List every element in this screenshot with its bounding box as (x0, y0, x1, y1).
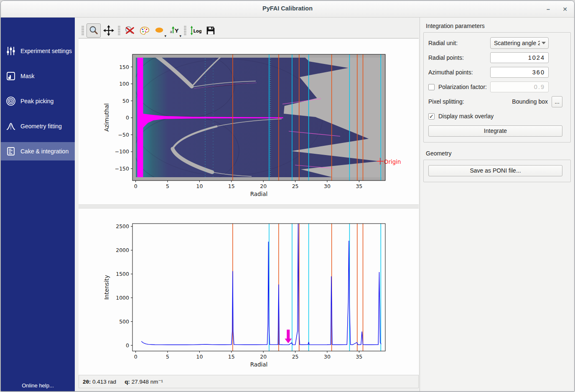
svg-text:5: 5 (166, 183, 169, 189)
svg-text:0: 0 (126, 342, 129, 349)
radial-unit-label: Radial unit: (428, 40, 490, 46)
palette-icon (139, 25, 150, 36)
rings-icon (6, 96, 16, 106)
azimuthal-points-row: Azimuthal points: (428, 66, 562, 78)
svg-text:15: 15 (228, 354, 235, 360)
radial-points-input[interactable] (490, 52, 549, 63)
online-help-link[interactable]: Online help... (1, 382, 75, 389)
colormap-button[interactable] (137, 23, 152, 38)
magnifier-x-icon (124, 25, 135, 36)
polarization-label: Polarization factor: (438, 84, 487, 90)
svg-text:Log: Log (193, 28, 201, 33)
sidebar-item-cake-integration[interactable]: Cake & integration (1, 142, 75, 160)
chevron-down-icon: ▾ (164, 34, 166, 38)
floppy-icon (205, 25, 216, 36)
close-button[interactable]: ✕ (559, 4, 571, 14)
polarization-checkbox[interactable] (428, 84, 435, 90)
pixel-splitting-label: Pixel splitting: (428, 98, 512, 105)
svg-text:35: 35 (356, 183, 362, 189)
sidebar-item-experiment-settings[interactable]: Experiment settings (1, 42, 75, 60)
svg-text:10: 10 (196, 354, 203, 360)
horizontal-splitter[interactable] (79, 204, 419, 209)
svg-text:2000: 2000 (116, 247, 129, 253)
toolbar-drag-handle[interactable] (81, 25, 84, 36)
title-bar: PyFAI Calibration – ✕ (1, 1, 574, 18)
main-area: ▾ a Y ▾ Log (75, 18, 420, 391)
save-button[interactable] (204, 23, 218, 38)
ring-markers (233, 224, 381, 351)
origin-annotation: Origin (384, 158, 401, 165)
geometry-group: Save as PONI file... (423, 160, 571, 182)
svg-text:25: 25 (292, 183, 299, 189)
svg-text:0: 0 (134, 183, 137, 189)
cake-plot[interactable]: Origin 05101520253035−150−100−5005010015… (101, 47, 419, 201)
pan-arrows-icon (103, 25, 114, 36)
mask-icon (6, 71, 16, 81)
integrated-intensity-plot[interactable]: 0510152025303505001000150020002500Radial… (101, 218, 419, 373)
geometry-title: Geometry (426, 150, 571, 157)
mask-tool-button[interactable]: ▾ (153, 23, 167, 38)
q-readout: q: 27.948 nm⁻¹ (125, 378, 163, 385)
minimize-button[interactable]: – (542, 4, 554, 14)
svg-text:−50: −50 (118, 132, 129, 138)
sliders-icon (6, 46, 16, 56)
svg-text:25: 25 (292, 354, 299, 360)
mask-overlay-checkbox[interactable]: ✓ (428, 113, 435, 120)
zoom-button[interactable] (87, 23, 101, 38)
integration-figure: 0510152025303505001000150020002500Radial… (79, 209, 419, 375)
svg-text:10: 10 (196, 183, 203, 189)
radial-points-label: Radial points: (428, 54, 490, 61)
svg-text:Radial: Radial (250, 361, 268, 368)
cake-list-icon (6, 146, 16, 156)
polarization-label-wrap: Polarization factor: (428, 84, 490, 90)
sidebar-item-label: Mask (20, 73, 34, 79)
svg-text:150: 150 (119, 64, 129, 70)
integration-parameters-group: Radial unit: Scattering angle 2 Radial p… (423, 32, 571, 143)
sidebar-item-peak-picking[interactable]: Peak picking (1, 92, 75, 110)
magnifier-icon (88, 25, 99, 36)
sidebar: Experiment settings Mask Peak picking Ge… (1, 18, 75, 391)
cake-image (130, 51, 385, 185)
cake-figure: Origin 05101520253035−150−100−5005010015… (79, 39, 419, 204)
svg-text:20: 20 (260, 354, 267, 360)
chevron-down-icon (542, 42, 546, 44)
svg-text:1500: 1500 (116, 271, 129, 277)
sidebar-item-label: Experiment settings (20, 48, 72, 54)
y-axis-scale-button[interactable]: a Y ▾ (168, 23, 182, 38)
radial-points-row: Radial points: (428, 52, 562, 64)
sidebar-item-geometry-fitting[interactable]: Geometry fitting (1, 117, 75, 135)
radial-unit-row: Radial unit: Scattering angle 2 (428, 37, 562, 49)
integrate-button[interactable]: Integrate (428, 125, 562, 137)
highlight-arrow-marker (285, 330, 292, 343)
radial-unit-value: Scattering angle 2 (494, 40, 540, 46)
azimuthal-points-input[interactable] (490, 67, 549, 78)
y-axis-icon: a Y (169, 25, 180, 36)
svg-text:20: 20 (260, 183, 267, 189)
plot-toolbar: ▾ a Y ▾ Log (79, 23, 419, 38)
window-title: PyFAI Calibration (1, 5, 574, 12)
sidebar-item-mask[interactable]: Mask (1, 67, 75, 85)
pixel-splitting-row: Pixel splitting: Bounding box ... (428, 96, 562, 107)
pan-button[interactable] (102, 23, 116, 38)
svg-text:Radial: Radial (250, 191, 268, 197)
sidebar-item-label: Geometry fitting (20, 123, 62, 130)
svg-text:5: 5 (166, 354, 169, 360)
svg-text:−100: −100 (115, 148, 129, 155)
right-panel: Integration parameters Radial unit: Scat… (420, 18, 574, 391)
log-scale-button[interactable]: Log (188, 23, 203, 38)
svg-text:Y: Y (174, 27, 179, 33)
pixel-splitting-value: Bounding box (512, 98, 548, 105)
zoom-reset-button[interactable] (122, 23, 137, 38)
svg-text:1000: 1000 (116, 295, 129, 301)
pixel-splitting-more-button[interactable]: ... (552, 96, 562, 107)
polarization-factor-input[interactable] (490, 81, 549, 92)
save-poni-button[interactable]: Save as PONI file... (428, 165, 562, 176)
toolbar-separator (184, 25, 186, 36)
log-icon: Log (190, 25, 201, 36)
svg-text:Azimuthal: Azimuthal (103, 103, 110, 132)
integration-parameters-title: Integration parameters (426, 23, 571, 29)
intensity-curve (141, 224, 381, 345)
radial-unit-select[interactable]: Scattering angle 2 (490, 37, 549, 49)
chevron-down-icon: ▾ (179, 34, 181, 38)
svg-text:15: 15 (228, 183, 235, 189)
